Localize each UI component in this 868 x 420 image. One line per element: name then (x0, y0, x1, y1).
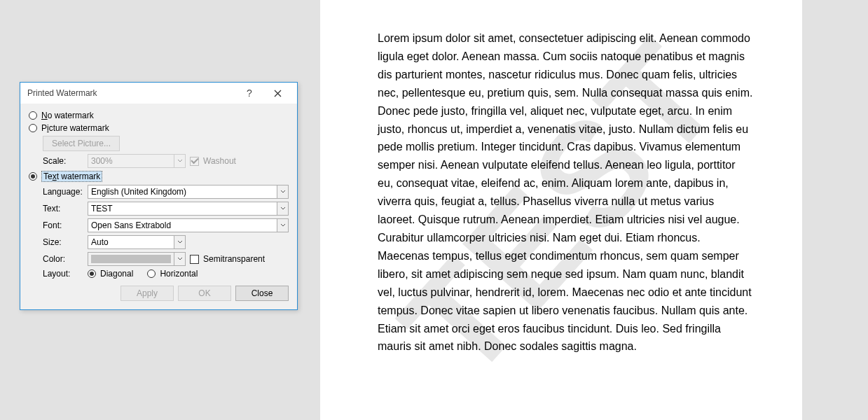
chevron-down-icon (174, 236, 185, 248)
font-label: Font: (43, 220, 83, 230)
radio-icon (29, 111, 37, 120)
font-combo[interactable]: Open Sans Extrabold (88, 218, 289, 232)
radio-label: Picture watermark (41, 123, 109, 133)
color-label: Color: (43, 254, 83, 264)
dialog-titlebar: Printed Watermark ? (20, 83, 297, 104)
size-label: Size: (43, 237, 83, 247)
layout-diagonal-radio[interactable] (88, 270, 96, 278)
radio-label: No watermark (41, 111, 94, 120)
size-combo[interactable]: Auto (88, 235, 186, 249)
ok-button: OK (178, 286, 231, 301)
language-label: Language: (43, 187, 83, 197)
color-swatch (91, 255, 171, 263)
printed-watermark-dialog: Printed Watermark ? No watermark Picture… (20, 82, 298, 310)
semitransparent-label: Semitransparent (203, 254, 265, 264)
chevron-down-icon (277, 186, 288, 198)
close-button[interactable] (263, 83, 291, 103)
radio-label: Text watermark (41, 171, 102, 182)
help-button[interactable]: ? (235, 83, 263, 103)
radio-icon (29, 172, 37, 181)
dialog-footer: Apply OK Close (29, 280, 289, 302)
chevron-down-icon (174, 253, 185, 265)
close-icon (274, 90, 282, 97)
dialog-body: No watermark Picture watermark Select Pi… (20, 104, 297, 309)
apply-button: Apply (120, 286, 174, 301)
close-dialog-button[interactable]: Close (235, 286, 289, 301)
text-watermark-section: Language: English (United Kingdom) Text:… (29, 183, 289, 280)
semitransparent-checkbox[interactable] (190, 255, 199, 264)
language-combo[interactable]: English (United Kingdom) (88, 185, 289, 199)
radio-no-watermark[interactable]: No watermark (29, 109, 289, 122)
layout-horizontal-label: Horizontal (160, 269, 198, 279)
layout-label: Layout: (43, 269, 83, 279)
document-page: TEST Lorem ipsum dolor sit amet, consect… (320, 0, 802, 420)
washout-checkbox (190, 157, 199, 166)
radio-icon (29, 124, 37, 132)
layout-horizontal-radio[interactable] (147, 270, 156, 278)
chevron-down-icon (174, 155, 185, 167)
scale-combo: 300% (88, 154, 186, 168)
radio-picture-watermark[interactable]: Picture watermark (29, 122, 289, 134)
color-combo[interactable] (88, 252, 186, 266)
select-picture-button: Select Picture... (43, 136, 120, 151)
scale-label: Scale: (43, 156, 83, 166)
chevron-down-icon (277, 219, 288, 232)
dialog-title: Printed Watermark (27, 88, 235, 98)
radio-text-watermark[interactable]: Text watermark (29, 169, 289, 183)
text-combo[interactable]: TEST (88, 202, 289, 216)
chevron-down-icon (277, 202, 288, 215)
washout-label: Washout (203, 156, 236, 166)
picture-watermark-section: Select Picture... Scale: 300% Washout (29, 134, 289, 169)
document-body-text: Lorem ipsum dolor sit amet, consectetuer… (378, 29, 753, 356)
text-label: Text: (43, 204, 83, 214)
layout-diagonal-label: Diagonal (100, 269, 133, 279)
